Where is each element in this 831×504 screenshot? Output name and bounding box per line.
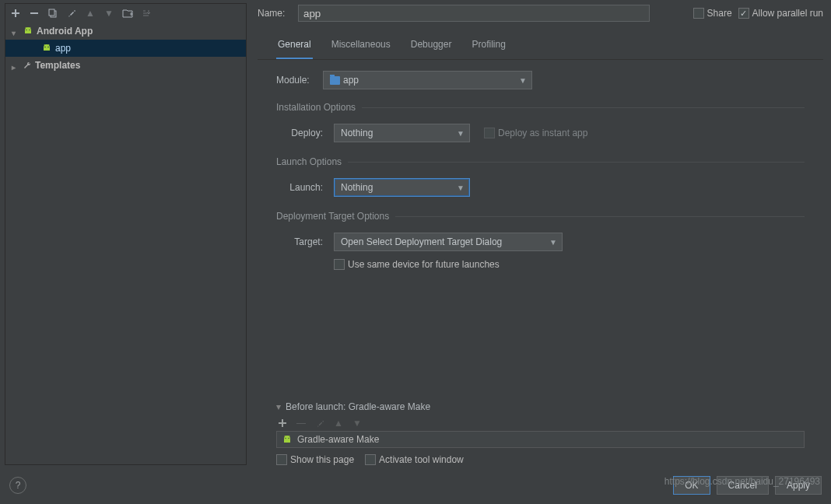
module-combo[interactable]: app ▼ — [323, 71, 532, 89]
right-panel: Name: Share Allow parallel run General M… — [250, 0, 831, 468]
move-up-button[interactable]: ▲ — [83, 6, 97, 20]
use-same-device-label: Use same device for future launches — [348, 259, 500, 270]
chevron-down-icon: ▼ — [457, 184, 465, 192]
use-same-device-checkbox[interactable]: Use same device for future launches — [334, 259, 500, 270]
checkbox-icon — [334, 259, 345, 270]
module-value: app — [343, 75, 359, 86]
cancel-button[interactable]: Cancel — [717, 476, 769, 495]
sidebar: ▲ ▼ Android App app — [5, 3, 247, 465]
launch-combo[interactable]: Nothing ▼ — [334, 178, 470, 197]
before-launch-item-label: Gradle-aware Make — [297, 434, 379, 445]
move-down-button[interactable]: ▼ — [102, 6, 116, 20]
collapse-arrow-icon[interactable]: ▾ — [276, 401, 281, 412]
installation-section-title: Installation Options — [276, 102, 805, 113]
checkbox-icon — [693, 8, 704, 19]
checkbox-icon — [276, 454, 287, 465]
show-this-page-label: Show this page — [290, 454, 354, 465]
before-launch-remove-button: — — [295, 417, 307, 429]
deploy-instant-label: Deploy as instant app — [498, 128, 587, 138]
svg-point-2 — [26, 30, 26, 30]
deploy-instant-checkbox: Deploy as instant app — [484, 128, 587, 138]
ok-button[interactable]: OK — [673, 476, 710, 495]
module-label: Module: — [276, 75, 323, 86]
allow-parallel-checkbox[interactable]: Allow parallel run — [738, 8, 823, 19]
collapse-arrow-icon — [12, 61, 19, 69]
edit-config-button[interactable] — [65, 6, 79, 20]
svg-point-11 — [288, 438, 289, 439]
show-this-page-checkbox[interactable]: Show this page — [276, 454, 354, 465]
chevron-down-icon: ▼ — [519, 76, 527, 85]
target-combo[interactable]: Open Select Deployment Target Dialog ▼ — [334, 233, 563, 251]
launch-label: Launch: — [287, 182, 326, 193]
svg-point-10 — [285, 438, 286, 439]
expand-arrow-icon — [12, 27, 19, 35]
checkbox-icon — [738, 8, 749, 19]
checkbox-icon — [484, 128, 495, 138]
svg-point-7 — [47, 47, 48, 47]
add-config-button[interactable] — [9, 6, 23, 20]
svg-point-6 — [44, 47, 45, 47]
help-button[interactable]: ? — [9, 477, 26, 494]
chevron-down-icon: ▼ — [457, 129, 465, 138]
allow-parallel-label: Allow parallel run — [752, 8, 823, 19]
before-launch-title: Before launch: Gradle-aware Make — [286, 401, 430, 412]
before-launch-down-button: ▼ — [351, 417, 363, 429]
share-label: Share — [707, 8, 732, 19]
apply-button[interactable]: Apply — [775, 476, 822, 495]
deploy-value: Nothing — [341, 128, 373, 138]
target-label: Target: — [287, 236, 326, 247]
sort-button[interactable] — [139, 6, 153, 20]
tree-item-label: app — [55, 43, 71, 54]
tabs: General Miscellaneous Debugger Profiling — [258, 28, 823, 60]
before-launch-section: ▾ Before launch: Gradle-aware Make — ▲ ▼… — [258, 398, 823, 465]
target-value: Open Select Deployment Target Dialog — [341, 236, 502, 247]
tree-group-android-app[interactable]: Android App — [5, 23, 246, 40]
tree-group-label: Templates — [35, 60, 80, 71]
name-label: Name: — [258, 8, 292, 19]
before-launch-up-button: ▲ — [332, 417, 345, 429]
tab-debugger[interactable]: Debugger — [409, 34, 454, 59]
tree-group-templates[interactable]: Templates — [5, 57, 246, 74]
android-icon — [282, 435, 293, 444]
deploy-label: Deploy: — [287, 128, 326, 138]
chevron-down-icon: ▼ — [549, 238, 557, 247]
name-input[interactable] — [298, 5, 650, 22]
android-icon — [23, 27, 33, 35]
android-icon — [41, 44, 52, 52]
svg-rect-1 — [49, 9, 54, 16]
activate-tool-label: Activate tool window — [379, 454, 464, 465]
folder-button[interactable] — [121, 6, 135, 20]
config-tree: Android App app Templates — [5, 23, 246, 464]
launch-value: Nothing — [341, 182, 373, 193]
sidebar-toolbar: ▲ ▼ — [5, 4, 246, 23]
svg-point-3 — [29, 30, 30, 30]
folder-icon — [330, 76, 340, 85]
tab-profiling[interactable]: Profiling — [470, 34, 507, 59]
activate-tool-window-checkbox[interactable]: Activate tool window — [365, 454, 464, 465]
checkbox-icon — [365, 454, 376, 465]
tree-group-label: Android App — [37, 26, 93, 37]
remove-config-button[interactable] — [27, 6, 41, 20]
deploy-combo[interactable]: Nothing ▼ — [334, 124, 470, 142]
deploy-target-section-title: Deployment Target Options — [276, 211, 805, 222]
before-launch-add-button[interactable] — [276, 417, 289, 429]
share-checkbox[interactable]: Share — [693, 8, 732, 19]
general-form: Module: app ▼ Installation Options Deplo… — [258, 60, 823, 278]
launch-section-title: Launch Options — [276, 156, 805, 167]
tree-item-app[interactable]: app — [5, 40, 246, 57]
before-launch-edit-button — [314, 417, 326, 429]
copy-config-button[interactable] — [46, 6, 60, 20]
wrench-icon — [23, 61, 32, 70]
tab-general[interactable]: General — [276, 34, 313, 59]
before-launch-list-item[interactable]: Gradle-aware Make — [276, 431, 805, 448]
tab-miscellaneous[interactable]: Miscellaneous — [330, 34, 392, 59]
dialog-footer: ? OK Cancel Apply — [0, 468, 831, 504]
